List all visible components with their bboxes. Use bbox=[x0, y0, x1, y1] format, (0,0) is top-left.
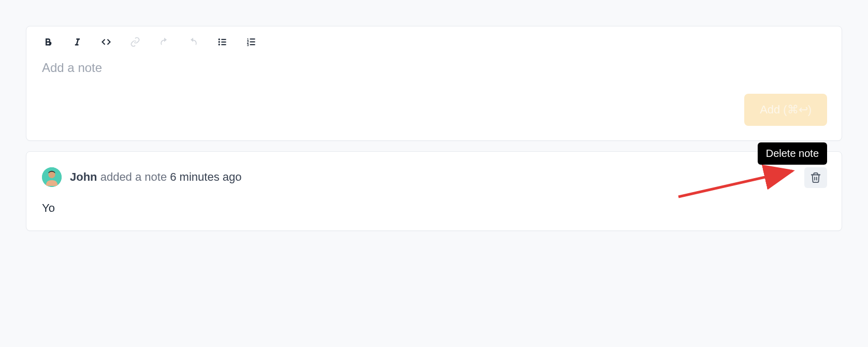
code-icon bbox=[101, 37, 111, 47]
note-header: John added a note 6 minutes ago bbox=[42, 167, 826, 187]
svg-point-2 bbox=[219, 41, 220, 42]
avatar-icon bbox=[42, 167, 62, 187]
note-textarea[interactable]: Add a note bbox=[26, 52, 842, 140]
bold-button[interactable] bbox=[42, 36, 54, 48]
svg-point-4 bbox=[219, 44, 220, 45]
note-author: John bbox=[70, 170, 97, 183]
numbered-list-icon: 123 bbox=[246, 37, 256, 47]
svg-rect-3 bbox=[221, 41, 226, 42]
bold-icon bbox=[43, 37, 53, 47]
svg-rect-11 bbox=[250, 44, 255, 45]
note-timestamp: 6 minutes ago bbox=[170, 170, 241, 183]
svg-rect-7 bbox=[250, 38, 255, 39]
note-item: Delete note John added a note 6 minutes … bbox=[26, 151, 842, 231]
link-button[interactable] bbox=[129, 36, 141, 48]
avatar bbox=[42, 167, 62, 187]
editor-toolbar: 123 bbox=[26, 26, 842, 52]
link-icon bbox=[130, 37, 140, 47]
numbered-list-button[interactable]: 123 bbox=[245, 36, 257, 48]
add-note-button[interactable]: Add (⌘↩) bbox=[744, 94, 827, 126]
code-button[interactable] bbox=[100, 36, 112, 48]
italic-button[interactable] bbox=[71, 36, 83, 48]
add-button-shortcut: (⌘↩) bbox=[783, 103, 812, 117]
note-editor-card: 123 Add a note Add (⌘↩) bbox=[26, 26, 842, 141]
trash-icon bbox=[810, 172, 821, 183]
note-content: Yo bbox=[42, 201, 826, 215]
svg-point-0 bbox=[219, 38, 220, 40]
note-action: added a note bbox=[97, 170, 170, 183]
redo-icon bbox=[188, 37, 198, 47]
delete-note-button[interactable] bbox=[804, 167, 827, 188]
undo-button[interactable] bbox=[158, 36, 170, 48]
bullet-list-icon bbox=[217, 37, 227, 47]
editor-placeholder: Add a note bbox=[42, 61, 102, 75]
redo-button[interactable] bbox=[187, 36, 199, 48]
bullet-list-button[interactable] bbox=[216, 36, 228, 48]
svg-text:3: 3 bbox=[247, 43, 249, 47]
italic-icon bbox=[72, 37, 82, 47]
svg-rect-9 bbox=[250, 41, 255, 42]
svg-rect-5 bbox=[221, 44, 226, 45]
svg-rect-1 bbox=[221, 39, 226, 40]
add-button-label: Add bbox=[760, 103, 780, 117]
delete-tooltip: Delete note bbox=[758, 142, 827, 165]
note-meta: John added a note 6 minutes ago bbox=[70, 170, 241, 184]
undo-icon bbox=[159, 37, 169, 47]
